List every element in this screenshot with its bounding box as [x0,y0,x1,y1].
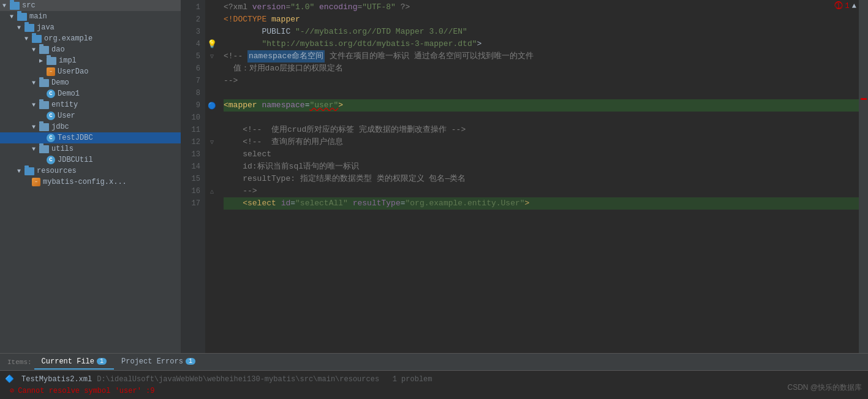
error-circle-icon: ⊘ [10,386,14,395]
sidebar-item-testjdbc[interactable]: C TestJDBC [0,132,181,143]
sidebar-label-dao: dao [51,45,178,54]
editor-wrapper: ⓵ 1 ▲ 1 2 3 4 5 6 7 8 9 10 11 1 [181,0,868,353]
ln-13: 13 [181,148,200,161]
mybatis-gutter-icon: 🔵 [208,102,216,110]
sidebar-item-src[interactable]: ▼ src [0,0,181,11]
error-count: 1 [845,2,850,10]
ln-9: 9 [181,99,200,112]
fold-arrow-16[interactable]: △ [210,188,214,195]
code-line-5: <!-- namespace命名空间 文件在项目的唯一标识 通过命名空间可以找到… [224,50,859,63]
watermark: CSDN @快乐的数据库 [787,382,862,393]
bottom-panel: Items: Current File 1 Project Errors 1 🔷… [0,353,868,399]
sidebar-item-org-example[interactable]: ▼ org.example [0,33,181,44]
arrow-impl: ▶ [39,57,47,64]
arrow-userdao [39,69,47,75]
sidebar-label-resources: resources [37,167,178,175]
line-numbers: 1 2 3 4 5 6 7 8 9 10 11 12 13 14 15 16 1 [181,0,205,353]
arrow-resources: ▼ [17,168,25,175]
sidebar-item-utils[interactable]: ▼ utils [0,143,181,154]
bottom-tabs: Items: Current File 1 Project Errors 1 [0,354,868,371]
sidebar-item-mybatis-config[interactable]: ~ mybatis-config.x... [0,177,181,188]
sidebar-item-jdbc[interactable]: ▼ jdbc [0,121,181,132]
java-icon-demo1: C [47,89,55,98]
arrow-src: ▼ [2,2,10,9]
code-line-9: <mapper namespace="user"> [224,99,859,112]
sidebar-item-userdao[interactable]: ~ UserDao [0,66,181,77]
java-icon-user: C [47,112,55,120]
gutter-8 [205,87,219,99]
sidebar-item-demo[interactable]: ▼ Demo [0,77,181,88]
gutter-5: ▽ [205,50,219,63]
gutter-6 [205,63,219,75]
sidebar-label-user: User [58,112,178,120]
sidebar-item-java[interactable]: ▼ java [0,22,181,33]
sidebar-label-testjdbc: TestJDBC [58,134,178,142]
bottom-content: 🔷 TestMybatis2.xml D:\idealUsoft\javaWeb… [0,371,868,399]
sidebar-item-jdbcutil[interactable]: C JDBCUtil [0,154,181,165]
sidebar-item-dao[interactable]: ▼ dao [0,44,181,55]
code-line-6: 值：对用dao层接口的权限定名 [224,63,859,75]
sidebar-item-impl[interactable]: ▶ impl [0,55,181,66]
code-content[interactable]: <?xml version="1.0" encoding="UTF-8" ?> … [219,0,859,353]
sidebar-item-entity[interactable]: ▼ entity [0,99,181,110]
arrow-testjdbc [39,135,47,142]
gutter-15 [205,173,219,185]
ln-17: 17 [181,197,200,210]
sidebar-label-demo: Demo [51,78,178,87]
arrow-mybatis-config [25,179,32,186]
folder-icon-jdbc [39,123,49,131]
sidebar-label-demo1: Demo1 [58,89,178,98]
folder-icon-utils [39,145,49,153]
editor-area: ⓵ 1 ▲ 1 2 3 4 5 6 7 8 9 10 11 1 [181,0,868,353]
sidebar-label-java: java [37,23,178,32]
code-line-1: <?xml version="1.0" encoding="UTF-8" ?> [224,1,859,13]
tab-project-errors[interactable]: Project Errors 1 [114,355,203,370]
sidebar-item-demo1[interactable]: C Demo1 [0,88,181,99]
arrow-jdbcutil [39,157,47,164]
java-icon-testjdbc: C [47,134,55,142]
sidebar-item-resources[interactable]: ▼ resources [0,165,181,177]
gutter: 💡 ▽ 🔵 ▽ [205,0,219,353]
folder-icon-dao [39,46,49,54]
tab-current-file[interactable]: Current File 1 [34,355,114,370]
problem-file-row: 🔷 TestMybatis2.xml D:\idealUsoft\javaWeb… [5,373,863,385]
problem-filename: TestMybatis2.xml [21,375,92,384]
sidebar-item-user[interactable]: C User [0,110,181,121]
tab-project-errors-label: Project Errors [121,357,183,366]
tab-current-file-badge: 1 [97,358,107,365]
sidebar-label-org-example: org.example [44,34,178,43]
ln-12: 12 [181,136,200,148]
code-line-2: <!DOCTYPE mapper [224,13,859,26]
gutter-10 [205,112,219,124]
mybatis-icon-userdao: ~ [47,67,55,76]
gutter-13 [205,148,219,161]
arrow-org-example: ▼ [25,36,32,42]
code-line-16: --> [224,185,859,197]
code-line-8 [224,87,859,99]
arrow-dao: ▼ [32,47,39,53]
code-line-11: <!-- 使用crud所对应的标签 完成数据的增删改查操作 --> [224,124,859,136]
ln-5: 5 [181,50,200,63]
arrow-jdbc: ▼ [32,124,39,131]
folder-icon-entity [39,101,49,109]
code-line-10 [224,112,859,124]
ln-16: 16 [181,185,200,197]
arrow-user [39,113,47,120]
ln-3: 3 [181,26,200,38]
code-line-13: select [224,148,859,161]
folder-icon-src [10,2,20,10]
problem-error-row: ⊘ Cannot resolve symbol 'user' :9 [5,385,863,397]
fold-arrow-5[interactable]: ▽ [210,53,214,60]
error-message: Cannot resolve symbol 'user' :9 [18,387,154,395]
tab-project-errors-badge: 1 [186,358,195,365]
sidebar-label-userdao: UserDao [58,67,178,76]
sidebar-item-main[interactable]: ▼ main [0,11,181,22]
code-line-15: resultType: 指定结果的数据类型 类的权限定义 包名—类名 [224,173,859,185]
editor-scrollbar[interactable] [859,0,868,353]
sidebar-label-utils: utils [51,145,178,153]
ln-8: 8 [181,87,200,99]
sidebar-label-jdbcutil: JDBCUtil [58,156,178,164]
arrow-utils: ▼ [32,146,39,153]
ln-2: 2 [181,13,200,26]
fold-arrow-12[interactable]: ▽ [210,139,214,146]
